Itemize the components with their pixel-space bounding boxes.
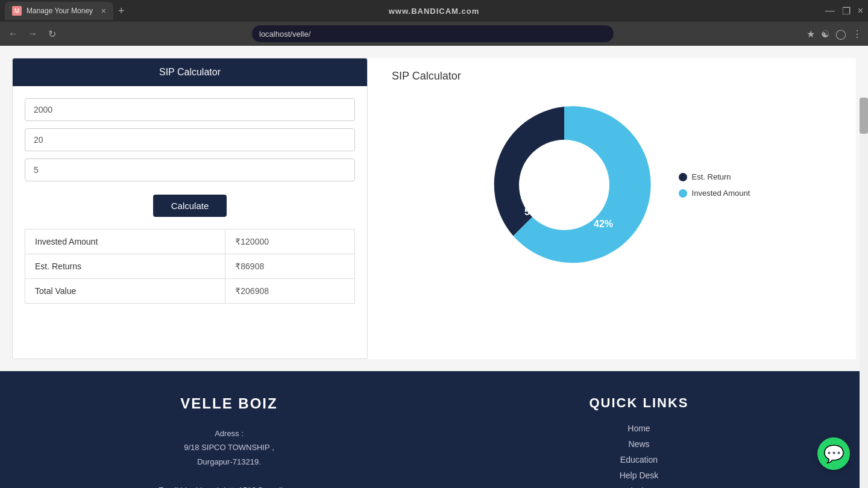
- tab-title: Manage Your Money: [27, 7, 96, 15]
- reload-button[interactable]: ↻: [45, 28, 59, 40]
- maximize-button[interactable]: ❐: [842, 5, 851, 17]
- address-line1: 9/18 SIPCO TOWNSHIP ,: [184, 443, 274, 452]
- forward-button[interactable]: →: [25, 28, 40, 39]
- legend-label: Est. Return: [692, 172, 731, 181]
- quick-links-list: HomeNewsEducationHelp DeskCalculator: [458, 423, 820, 488]
- email: himeshdutta1512@gmail.com: [196, 486, 300, 488]
- quick-link-item: News: [458, 439, 820, 449]
- address-label: Adress :: [215, 429, 244, 438]
- calculator-title: SIP Calculator: [159, 67, 221, 77]
- quick-link-item: Calculator: [458, 486, 820, 488]
- donut-svg: 58% 42%: [474, 95, 655, 275]
- browser-tab[interactable]: M Manage Your Money ×: [5, 2, 113, 20]
- legend-dot: [679, 189, 687, 198]
- result-value: ₹206908: [225, 279, 355, 304]
- scrollbar-track[interactable]: [860, 98, 868, 488]
- tab-favicon: M: [12, 6, 22, 16]
- chart-legend: Est. ReturnInvested Amount: [679, 172, 750, 198]
- calculator-header: SIP Calculator: [13, 58, 367, 86]
- quick-link-item: Home: [458, 423, 820, 434]
- chart-wrapper: 58% 42% Est. ReturnInvested Amount: [474, 95, 750, 275]
- extensions-icon[interactable]: ☯: [821, 28, 829, 40]
- results-table: Invested Amount₹120000Est. Returns₹86908…: [25, 229, 355, 304]
- result-row: Total Value₹206908: [25, 279, 355, 304]
- star-icon[interactable]: ★: [807, 28, 815, 40]
- address-text: localhost/velle/: [259, 30, 310, 39]
- scrollbar-thumb[interactable]: [860, 98, 868, 134]
- brand-title: VELLE BOIZ: [48, 395, 410, 412]
- time-period-input[interactable]: [25, 158, 355, 181]
- toolbar-right: ★ ☯ ◯ ⋮: [807, 28, 862, 40]
- quick-link[interactable]: Help Desk: [620, 471, 659, 480]
- chart-area: SIP Calculator: [368, 58, 856, 359]
- result-value: ₹120000: [225, 230, 355, 254]
- menu-icon[interactable]: ⋮: [852, 28, 862, 40]
- legend-dot: [679, 173, 687, 181]
- quick-link[interactable]: Home: [627, 424, 650, 433]
- footer-links: QUICK LINKS HomeNewsEducationHelp DeskCa…: [458, 395, 820, 488]
- quick-link[interactable]: Education: [620, 455, 658, 465]
- svg-text:42%: 42%: [594, 219, 613, 229]
- quick-link[interactable]: News: [628, 439, 649, 449]
- result-label: Est. Returns: [25, 254, 225, 279]
- result-value: ₹86908: [225, 254, 355, 279]
- window-controls: — ❐ ×: [825, 5, 863, 17]
- new-tab-button[interactable]: +: [118, 5, 125, 17]
- tab-close-button[interactable]: ×: [101, 6, 106, 16]
- svg-text:58%: 58%: [524, 207, 544, 217]
- legend-label: Invested Amount: [692, 189, 750, 198]
- rate-of-return-input[interactable]: [25, 128, 355, 151]
- minimize-button[interactable]: —: [825, 5, 835, 16]
- close-button[interactable]: ×: [858, 5, 863, 16]
- result-label: Total Value: [25, 279, 225, 304]
- browser-toolbar: ← → ↻ localhost/velle/ ★ ☯ ◯ ⋮: [0, 22, 868, 46]
- quick-links-title: QUICK LINKS: [458, 395, 820, 411]
- footer-brand: VELLE BOIZ Adress : 9/18 SIPCO TOWNSHIP …: [48, 395, 410, 488]
- whatsapp-button[interactable]: 💬: [817, 437, 850, 470]
- titlebar: M Manage Your Money × + www.BANDICAM.com…: [0, 0, 868, 22]
- page-content: SIP Calculator Calculate Invested Amount…: [0, 46, 868, 371]
- legend-item: Invested Amount: [679, 189, 750, 198]
- result-row: Est. Returns₹86908: [25, 254, 355, 279]
- result-row: Invested Amount₹120000: [25, 230, 355, 254]
- calculator-body: Calculate Invested Amount₹120000Est. Ret…: [13, 86, 367, 316]
- profile-icon[interactable]: ◯: [835, 28, 846, 40]
- quick-link-item: Help Desk: [458, 470, 820, 481]
- chart-title: SIP Calculator: [392, 70, 461, 83]
- monthly-investment-input[interactable]: [25, 98, 355, 121]
- whatsapp-icon: 💬: [823, 444, 844, 464]
- sip-calculator-card: SIP Calculator Calculate Invested Amount…: [12, 58, 368, 359]
- email-label: Email Id :-: [159, 486, 194, 488]
- address-bar[interactable]: localhost/velle/: [252, 25, 614, 42]
- calculate-button[interactable]: Calculate: [153, 195, 227, 217]
- footer: VELLE BOIZ Adress : 9/18 SIPCO TOWNSHIP …: [0, 371, 868, 488]
- address-line2: Durgapur-713219.: [197, 457, 261, 466]
- back-button[interactable]: ←: [6, 28, 20, 39]
- donut-chart: 58% 42%: [474, 95, 655, 275]
- quick-link-item: Education: [458, 454, 820, 465]
- result-label: Invested Amount: [25, 230, 225, 254]
- watermark: www.BANDICAM.com: [389, 7, 480, 16]
- legend-item: Est. Return: [679, 172, 750, 181]
- browser-window: M Manage Your Money × + www.BANDICAM.com…: [0, 0, 868, 46]
